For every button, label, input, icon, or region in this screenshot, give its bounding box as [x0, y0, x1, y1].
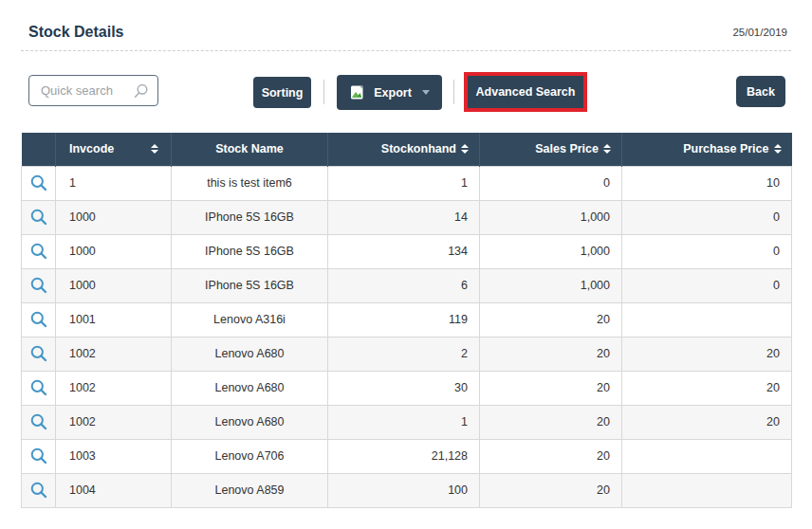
magnifier-icon	[29, 447, 48, 465]
cell-purchase-price: 20	[622, 337, 792, 371]
cell-stock-name: IPhone 5S 16GB	[172, 200, 328, 234]
table-row: 1000 IPhone 5S 16GB 14 1,000 0	[22, 200, 792, 234]
cell-stockonhand: 134	[328, 234, 480, 268]
header-label: Stock Name	[215, 142, 284, 155]
stock-table: Invcode Stock Name Stockonhand	[21, 133, 792, 508]
cell-purchase-price: 0	[622, 268, 792, 302]
advanced-search-button[interactable]: Advanced Search	[468, 76, 583, 108]
header-stockonhand[interactable]: Stockonhand	[328, 133, 480, 166]
table-row: 1003 Lenovo A706 21,128 20	[22, 439, 792, 473]
header-invcode[interactable]: Invcode	[56, 133, 172, 166]
sort-updown-icon	[603, 144, 611, 154]
header-label: Stockonhand	[381, 142, 456, 155]
cell-stockonhand: 100	[328, 473, 480, 507]
cell-sales-price: 1,000	[480, 200, 622, 234]
toolbar-divider	[323, 80, 324, 104]
row-view-cell[interactable]	[22, 405, 56, 439]
cell-stockonhand: 21,128	[328, 439, 480, 473]
cell-sales-price: 20	[480, 302, 622, 337]
cell-purchase-price	[622, 302, 792, 337]
cell-stockonhand: 1	[328, 405, 480, 439]
table-row: 1002 Lenovo A680 2 20 20	[22, 337, 792, 371]
cell-stock-name: Lenovo A316i	[172, 302, 328, 337]
table-header-row: Invcode Stock Name Stockonhand	[22, 133, 792, 166]
header-label: Purchase Price	[683, 142, 768, 155]
cell-stockonhand: 14	[328, 200, 480, 234]
row-view-cell[interactable]	[22, 302, 56, 337]
header-label: Invcode	[69, 142, 114, 155]
magnifier-icon	[29, 344, 48, 363]
export-button[interactable]: Export	[337, 75, 442, 110]
toolbar-divider	[453, 80, 454, 104]
cell-sales-price: 20	[480, 405, 622, 439]
cell-purchase-price	[622, 473, 792, 507]
cell-invcode: 1000	[56, 200, 172, 234]
sort-down-triangle	[461, 150, 469, 154]
cell-stock-name: IPhone 5S 16GB	[172, 234, 328, 268]
cell-invcode: 1	[56, 166, 172, 200]
magnifier-icon	[29, 276, 48, 295]
row-view-cell[interactable]	[22, 234, 56, 268]
table-row: 1004 Lenovo A859 100 20	[22, 473, 792, 507]
sort-up-triangle	[774, 144, 782, 148]
cell-stock-name: Lenovo A706	[172, 439, 328, 473]
cell-stock-name: Lenovo A680	[172, 405, 328, 439]
row-view-cell[interactable]	[22, 473, 56, 507]
sort-updown-icon	[461, 144, 469, 154]
sort-up-triangle	[461, 144, 469, 148]
header-sales-price[interactable]: Sales Price	[480, 133, 622, 166]
sort-down-triangle	[151, 150, 158, 154]
highlight-annotation-box: Advanced Search	[464, 72, 587, 112]
cell-invcode: 1002	[56, 337, 172, 371]
cell-invcode: 1002	[56, 405, 172, 439]
row-view-cell[interactable]	[22, 200, 56, 234]
row-view-cell[interactable]	[22, 371, 56, 405]
cell-stock-name: IPhone 5S 16GB	[172, 268, 328, 302]
search-icon	[132, 82, 157, 100]
back-button[interactable]: Back	[736, 76, 785, 107]
title-separator	[21, 50, 791, 51]
magnifier-icon	[29, 412, 48, 431]
sorting-button[interactable]: Sorting	[253, 77, 311, 108]
table-row: 1001 Lenovo A316i 119 20	[22, 302, 792, 337]
cell-invcode: 1000	[56, 268, 172, 302]
sort-down-triangle	[603, 150, 611, 154]
row-view-cell[interactable]	[22, 439, 56, 473]
row-view-cell[interactable]	[22, 166, 56, 200]
sort-updown-icon	[774, 144, 782, 154]
header-label: Sales Price	[535, 142, 599, 155]
row-view-cell[interactable]	[22, 337, 56, 371]
cell-purchase-price	[622, 439, 792, 473]
cell-invcode: 1001	[56, 302, 172, 337]
cell-purchase-price: 20	[622, 371, 792, 405]
row-view-cell[interactable]	[22, 268, 56, 302]
cell-sales-price: 0	[480, 166, 622, 200]
header-icon-column	[22, 133, 56, 166]
sort-up-triangle	[603, 144, 611, 148]
quick-search-box	[28, 75, 158, 106]
table-row: 1002 Lenovo A680 30 20 20	[22, 371, 792, 405]
cell-invcode: 1002	[56, 371, 172, 405]
cell-sales-price: 1,000	[480, 268, 622, 302]
table-row: 1000 IPhone 5S 16GB 6 1,000 0	[22, 268, 792, 302]
table-row: 1 this is test item6 1 0 10	[22, 166, 792, 200]
quick-search-input[interactable]	[29, 83, 132, 98]
cell-sales-price: 20	[480, 473, 622, 507]
table-row: 1002 Lenovo A680 1 20 20	[22, 405, 792, 439]
cell-invcode: 1000	[56, 234, 172, 268]
magnifier-icon	[29, 208, 48, 227]
cell-stock-name: Lenovo A680	[172, 337, 328, 371]
cell-sales-price: 20	[480, 439, 622, 473]
sort-updown-icon	[151, 144, 158, 154]
export-label: Export	[374, 86, 412, 100]
cell-stockonhand: 1	[328, 166, 480, 200]
table-body: 1 this is test item6 1 0 10 1000 IPhone …	[22, 166, 792, 507]
header-purchase-price[interactable]: Purchase Price	[622, 133, 792, 166]
page-title: Stock Details	[28, 24, 123, 41]
magnifier-icon	[29, 310, 48, 329]
cell-stockonhand: 6	[328, 268, 480, 302]
magnifier-icon	[29, 173, 48, 192]
cell-purchase-price: 10	[622, 166, 792, 200]
cell-purchase-price: 0	[622, 234, 792, 268]
header-stock-name: Stock Name	[172, 133, 328, 166]
